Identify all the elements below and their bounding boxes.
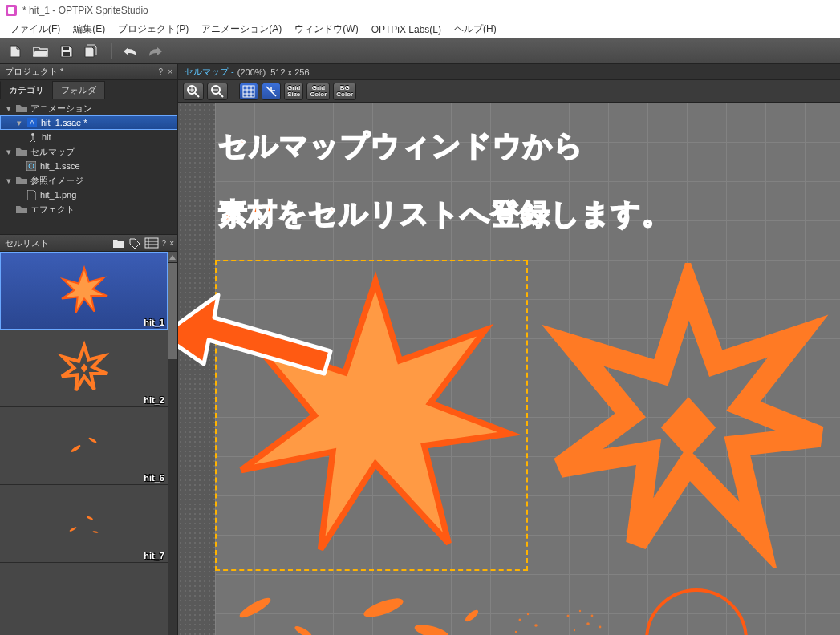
svg-text:A: A: [30, 119, 34, 127]
svg-point-17: [92, 531, 98, 533]
grid-toggle-button[interactable]: [239, 83, 258, 100]
toolbar-separator: [111, 43, 112, 59]
folder-icon: [16, 147, 27, 156]
svg-point-43: [591, 615, 594, 617]
folder-icon: [16, 176, 27, 185]
celllist-item[interactable]: [0, 563, 168, 635]
svg-point-31: [294, 625, 314, 635]
cellmap-toolbar: Grid Size Grid Color BG Color: [178, 80, 840, 103]
celllist-item[interactable]: hit_2: [0, 330, 168, 407]
tab-folder[interactable]: フォルダ: [52, 81, 105, 99]
svg-line-23: [219, 93, 223, 97]
celllist-item-label: hit_7: [144, 551, 164, 560]
svg-point-38: [515, 631, 517, 633]
svg-point-37: [534, 624, 538, 627]
folder-icon: [16, 103, 27, 113]
cellmap-canvas[interactable]: セルマップウィンドウから 素材をセルリストへ登録します。: [178, 103, 840, 635]
svg-point-6: [31, 133, 34, 136]
celllist-scrollbar[interactable]: [168, 252, 177, 635]
anim-file-icon: A: [26, 118, 38, 127]
menu-window[interactable]: ウィンドウ(W): [288, 21, 364, 38]
project-help-button[interactable]: ?: [157, 67, 165, 76]
svg-rect-2: [63, 47, 69, 50]
menu-file[interactable]: ファイル(F): [3, 21, 67, 38]
app-icon: [5, 4, 18, 17]
celllist-item-label: hit_6: [144, 473, 164, 483]
svg-point-32: [362, 595, 405, 621]
annotation-line-1: セルマップウィンドウから: [218, 127, 584, 166]
zoom-out-button[interactable]: [207, 83, 228, 100]
menu-edit[interactable]: 編集(E): [67, 21, 112, 38]
undo-button[interactable]: [120, 42, 140, 61]
svg-line-19: [195, 93, 199, 97]
tree-item-animation-child[interactable]: hit: [0, 130, 177, 144]
folder-icon: [16, 204, 27, 214]
project-panel-title: プロジェクト *: [5, 66, 63, 78]
cellmap-dimensions: 512 x 256: [270, 67, 309, 77]
celllist-close-button[interactable]: ×: [169, 239, 174, 248]
title-bar: * hit_1 - OPTPiX SpriteStudio: [0, 0, 840, 21]
svg-rect-25: [243, 86, 254, 97]
tree-group-effect[interactable]: エフェクト: [0, 202, 177, 216]
menu-labs[interactable]: OPTPiX Labs(L): [365, 22, 448, 37]
save-all-button[interactable]: [82, 42, 103, 61]
svg-point-44: [599, 626, 602, 629]
svg-rect-7: [26, 161, 36, 171]
celllist-tag-button[interactable]: [128, 237, 141, 249]
tree-item-animation-file[interactable]: ▾ A hit_1.ssae *: [0, 115, 177, 130]
cellmap-title-prefix: セルマップ -: [185, 66, 234, 78]
annotation-line-2: 素材をセルリストへ登録します。: [218, 195, 672, 234]
tree-group-animation[interactable]: ▾ アニメーション: [0, 101, 177, 115]
snap-toggle-button[interactable]: [262, 83, 281, 100]
celllist-view-button[interactable]: [144, 237, 159, 249]
cellmap-file-icon: [26, 161, 37, 171]
svg-rect-1: [8, 7, 14, 14]
celllist-item[interactable]: hit_1: [0, 252, 168, 330]
celllist-scroll[interactable]: hit_1 hit_2 hit_6: [0, 252, 168, 635]
tab-category[interactable]: カテゴリ: [0, 81, 53, 99]
sprite-hit-2: [536, 263, 840, 568]
grid-size-button[interactable]: Grid Size: [284, 83, 303, 100]
svg-point-14: [87, 437, 96, 444]
cellmap-zoom: (200%): [237, 67, 266, 77]
svg-point-16: [86, 516, 93, 520]
celllist-item[interactable]: hit_7: [0, 485, 168, 563]
save-button[interactable]: [56, 42, 77, 61]
svg-point-45: [647, 590, 746, 635]
project-tree[interactable]: ▾ アニメーション ▾ A hit_1.ssae * hit ▾ セルマップ: [0, 98, 177, 234]
new-file-button[interactable]: [5, 42, 26, 61]
grid-color-button[interactable]: Grid Color: [306, 83, 330, 100]
celllist-panel-header: セルリスト ? ×: [0, 234, 177, 252]
svg-point-35: [519, 619, 521, 621]
sprite-bottom-row: [223, 576, 840, 635]
image-file-icon: [26, 190, 37, 200]
celllist-new-button[interactable]: [112, 237, 125, 249]
svg-point-30: [237, 595, 273, 621]
redo-button[interactable]: [145, 42, 166, 61]
tree-item-refimage-file[interactable]: hit_1.png: [0, 188, 177, 202]
project-close-button[interactable]: ×: [166, 67, 174, 76]
tree-group-cellmap[interactable]: ▾ セルマップ: [0, 144, 177, 159]
celllist-panel-title: セルリスト: [5, 237, 49, 249]
svg-point-42: [574, 629, 575, 631]
svg-point-15: [69, 526, 77, 532]
bg-color-button[interactable]: BG Color: [333, 83, 356, 100]
zoom-in-button[interactable]: [183, 83, 204, 100]
tree-item-cellmap-file[interactable]: hit_1.ssce: [0, 159, 177, 173]
open-file-button[interactable]: [30, 42, 51, 61]
svg-point-40: [579, 610, 581, 612]
menu-help[interactable]: ヘルプ(H): [448, 21, 503, 38]
celllist-help-button[interactable]: ?: [162, 239, 167, 248]
svg-rect-9: [145, 238, 158, 248]
anim-icon: [27, 132, 39, 142]
svg-point-41: [586, 622, 590, 625]
window-title: * hit_1 - OPTPiX SpriteStudio: [22, 5, 148, 16]
tree-group-refimage[interactable]: ▾ 参照イメージ: [0, 173, 177, 188]
menu-bar: ファイル(F) 編集(E) プロジェクト(P) アニメーション(A) ウィンドウ…: [0, 21, 840, 38]
annotation-arrow-icon: [178, 271, 355, 399]
celllist-item[interactable]: hit_6: [0, 407, 168, 485]
project-tabs: カテゴリ フォルダ: [0, 80, 177, 98]
svg-point-34: [464, 609, 480, 624]
menu-project[interactable]: プロジェクト(P): [112, 21, 195, 38]
menu-animation[interactable]: アニメーション(A): [195, 21, 288, 38]
